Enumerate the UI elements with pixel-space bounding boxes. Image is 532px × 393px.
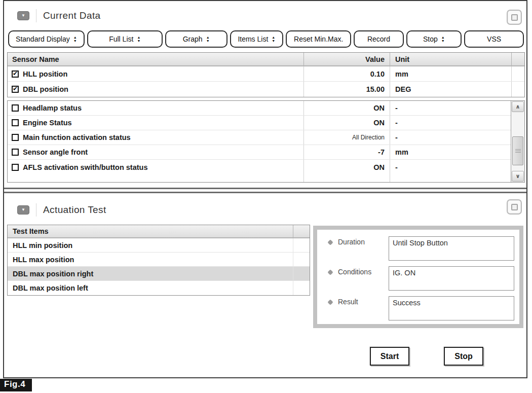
sensor-unit-cell: DEG <box>390 82 512 97</box>
sensor-name-cell: Headlamp status <box>8 101 304 115</box>
column-header-test-items: Test Items <box>8 225 293 237</box>
figure-label: Fig.4 <box>0 379 32 391</box>
param-value-box[interactable]: Success <box>389 296 514 320</box>
sensor-name-cell: Main function activation status <box>8 130 304 145</box>
start-button[interactable]: Start <box>370 347 409 366</box>
sensor-value-cell: ON <box>304 101 390 115</box>
sensor-unit-cell: mm <box>390 145 512 159</box>
selected-sensor-rows: HLL position 0.10 mm DBL position 15.00 … <box>8 66 524 97</box>
sensor-value-cell: -7 <box>304 145 390 159</box>
grip-icon <box>515 149 521 153</box>
sensor-name-label: Main function activation status <box>23 133 131 141</box>
sensor-value-cell: ON <box>304 116 390 130</box>
sensor-row[interactable]: Headlamp status ON - <box>8 101 524 116</box>
collapse-panel-button[interactable]: ▼ <box>17 11 29 20</box>
toolbar-button-label: Items List <box>238 35 268 43</box>
maximize-button[interactable] <box>507 10 522 25</box>
spinner-icon <box>441 35 445 43</box>
sensor-name-label: Sensor angle front <box>23 148 88 156</box>
toolbar-button[interactable]: Stop <box>406 30 462 48</box>
column-header-sensor-name: Sensor Name <box>8 53 304 65</box>
row-checkbox-icon[interactable] <box>12 70 19 78</box>
panel-title: Current Data <box>43 10 101 21</box>
chevron-down-icon: ▼ <box>21 208 25 212</box>
diagnostic-window: ▼ Current Data Standard Display Full Lis… <box>3 0 527 378</box>
bullet-icon <box>327 299 333 305</box>
row-checkbox-icon[interactable] <box>12 164 19 171</box>
toolbar-button-label: Record <box>367 35 390 43</box>
column-header-value: Value <box>304 53 390 65</box>
sensor-name-cell: Engine Status <box>8 116 304 130</box>
sensor-row[interactable]: Main function activation status All Dire… <box>8 130 524 145</box>
row-checkbox-icon[interactable] <box>12 104 19 112</box>
param-value-box[interactable]: Until Stop Button <box>389 236 514 261</box>
param-value-text: Success <box>393 299 421 307</box>
sensor-end-cell <box>512 82 524 97</box>
collapse-panel-button[interactable]: ▼ <box>17 205 29 215</box>
scrollbar-thumb[interactable] <box>512 136 523 165</box>
scroll-down-icon[interactable]: ∨ <box>512 171 524 182</box>
bullet-icon <box>327 239 333 245</box>
header-divider <box>36 9 36 22</box>
sensor-name-cell: HLL position <box>8 66 304 81</box>
spinner-icon <box>206 35 210 43</box>
sensor-value-cell: ON <box>304 160 390 174</box>
sensor-name-label: DBL position <box>23 85 68 93</box>
maximize-button[interactable] <box>507 199 522 215</box>
toolbar-button[interactable]: VSS <box>464 30 524 48</box>
sensor-table-header: Sensor Name Value Unit <box>8 53 524 66</box>
sensor-row[interactable]: Sensor angle front -7 mm <box>8 145 524 160</box>
stop-button[interactable]: Stop <box>444 347 483 366</box>
maximize-icon <box>511 14 518 21</box>
column-header-unit: Unit <box>390 53 512 65</box>
spinner-icon <box>73 35 77 43</box>
toolbar-button[interactable]: Graph <box>165 30 227 48</box>
bullet-icon <box>327 269 333 275</box>
toolbar-button[interactable]: Standard Display <box>8 30 85 48</box>
row-checkbox-icon[interactable] <box>12 86 19 93</box>
test-item-row[interactable]: HLL min position <box>8 238 310 253</box>
test-parameters-frame: Duration Until Stop Button Conditions IG… <box>313 226 523 328</box>
toolbar-button[interactable]: Items List <box>230 30 284 48</box>
test-item-row[interactable]: DBL max position right <box>8 267 310 281</box>
param-label: Result <box>338 296 389 306</box>
scroll-up-icon[interactable]: ∧ <box>512 101 524 112</box>
param-value-box[interactable]: IG. ON <box>389 266 514 291</box>
test-item-row[interactable]: HLL max position <box>8 253 310 267</box>
param-row: Duration Until Stop Button <box>328 236 519 261</box>
test-item-row[interactable]: DBL max position left <box>8 281 310 295</box>
column-header-end <box>512 53 524 65</box>
panel-title: Actuation Test <box>43 204 106 216</box>
param-value-text: IG. ON <box>393 269 415 277</box>
row-checkbox-icon[interactable] <box>12 149 19 156</box>
toolbar-button[interactable]: Full List <box>87 30 163 48</box>
current-data-toolbar: Standard Display Full List Graph Items L… <box>8 30 524 48</box>
sensor-unit-cell: mm <box>390 66 512 81</box>
toolbar-button[interactable]: Record <box>354 30 403 48</box>
chevron-down-icon: ▼ <box>21 14 25 18</box>
spinner-icon <box>272 35 275 43</box>
sensor-row[interactable]: Engine Status ON - <box>8 116 524 130</box>
current-data-header: ▼ Current Data <box>17 8 101 23</box>
sensor-name-cell: AFLS activation swith/button status <box>8 160 304 174</box>
toolbar-button[interactable]: Reset Min.Max. <box>286 30 351 48</box>
spinner-icon <box>137 35 140 43</box>
sensor-value-cell: 15.00 <box>304 82 390 97</box>
sensor-unit-cell: - <box>390 160 512 174</box>
actuation-test-header: ▼ Actuation Test <box>17 202 106 218</box>
row-checkbox-icon[interactable] <box>12 119 19 126</box>
vertical-scrollbar[interactable]: ∧ ∨ <box>511 101 524 182</box>
toolbar-button-label: Stop <box>423 35 438 43</box>
row-checkbox-icon[interactable] <box>12 134 19 141</box>
toolbar-button-label: Graph <box>183 35 203 43</box>
sensor-value-cell: All Direction <box>304 130 390 145</box>
empty-row <box>8 174 524 183</box>
param-value-text: Until Stop Button <box>393 239 448 247</box>
sensor-row[interactable]: HLL position 0.10 mm <box>8 66 524 82</box>
screenshot-page: ▼ Current Data Standard Display Full Lis… <box>0 0 532 393</box>
param-label: Conditions <box>338 266 389 276</box>
param-row: Conditions IG. ON <box>328 266 519 291</box>
sensor-row[interactable]: DBL position 15.00 DEG <box>8 82 524 97</box>
sensor-row[interactable]: AFLS activation swith/button status ON - <box>8 160 524 174</box>
test-item-label: HLL min position <box>8 238 293 252</box>
